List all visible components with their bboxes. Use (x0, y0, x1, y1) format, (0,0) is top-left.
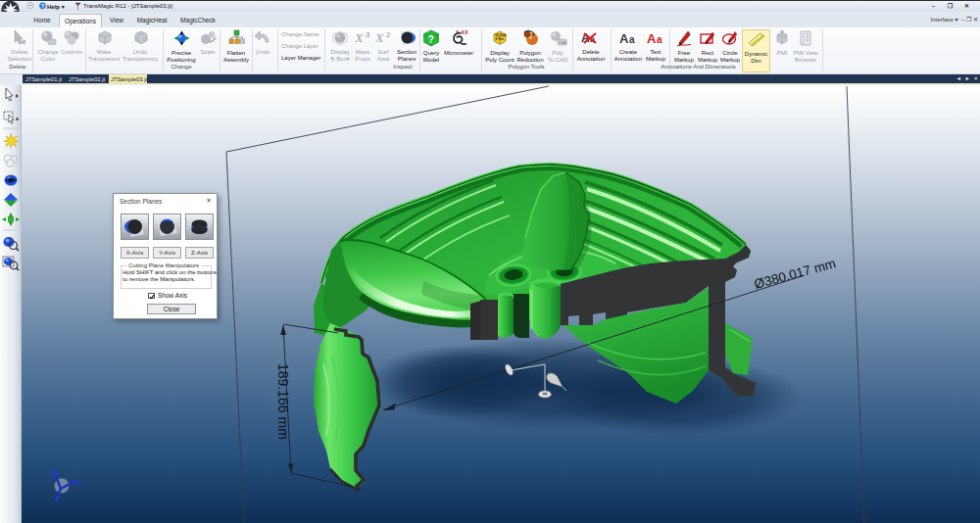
svg-text:Z: Z (51, 466, 56, 475)
svg-text:Ø380.017 mm: Ø380.017 mm (753, 256, 838, 292)
svg-text:189.166 mm: 189.166 mm (275, 363, 291, 440)
svg-text:Y: Y (76, 479, 82, 488)
svg-text:X.XX: X.XX (456, 29, 468, 35)
svg-text:?: ? (41, 3, 45, 9)
svg-text:A: A (647, 31, 657, 46)
